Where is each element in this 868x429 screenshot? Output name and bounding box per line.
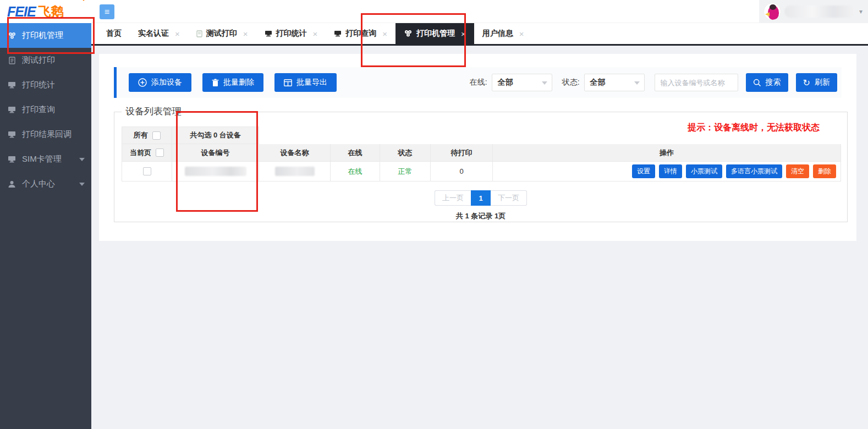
tab-user-info[interactable]: 用户信息 × (474, 23, 532, 44)
brand-logo-en: FEIE (7, 4, 36, 20)
next-page-button[interactable]: 下一页 (491, 190, 527, 206)
accent-bar (114, 67, 117, 98)
sidebar-item-print-stats[interactable]: 打印统计 (0, 73, 91, 97)
tab-label: 打印统计 (276, 29, 307, 38)
sidebar: FEIE 飞鹅 打印机管理 测试打印 打印统计 (0, 0, 91, 429)
hamburger-icon: ≡ (105, 7, 109, 16)
tab-bar: 首页 实名认证 × 测试打印 × 打印统计 × 打印查询 × (91, 23, 868, 46)
tab-print-query[interactable]: 打印查询 × (326, 23, 395, 44)
chevron-down-icon (542, 81, 547, 85)
status-filter-label: 状态: (562, 78, 580, 87)
refresh-icon: ↻ (803, 78, 810, 88)
filter-bar: 在线: 全部 状态: 全部 搜索 ↻ (470, 73, 842, 92)
select-all-label: 所有 (134, 130, 148, 140)
tab-print-stats[interactable]: 打印统计 × (256, 23, 326, 44)
batch-export-button[interactable]: 批量导出 (274, 73, 337, 92)
settings-button[interactable]: 设置 (632, 164, 655, 178)
brand-logo[interactable]: FEIE 飞鹅 (0, 0, 91, 23)
printer-icon (7, 106, 17, 113)
tab-test-print[interactable]: 测试打印 × (188, 23, 256, 44)
chevron-down-icon (79, 183, 85, 186)
sidebar-item-label: 打印统计 (22, 80, 55, 90)
col-online: 在线 (348, 148, 362, 158)
pagination: 上一页 1 下一页 (114, 190, 847, 206)
current-page-button[interactable]: 1 (471, 190, 491, 206)
sidebar-item-personal-center[interactable]: 个人中心 (0, 172, 91, 196)
close-icon[interactable]: × (382, 29, 387, 38)
brand-logo-cn: 飞鹅 (39, 3, 64, 20)
sidebar-item-label: 打印查询 (22, 105, 55, 115)
document-icon (7, 57, 17, 64)
sidebar-toggle-button[interactable]: ≡ (100, 4, 114, 19)
row-checkbox[interactable] (143, 167, 151, 175)
status-filter-select[interactable]: 全部 (584, 74, 645, 91)
tab-real-name-auth[interactable]: 实名认证 × (130, 23, 188, 44)
sidebar-item-print-result-callback[interactable]: 打印结果回调 (0, 122, 91, 147)
search-label: 搜索 (766, 78, 781, 87)
device-name-redacted (275, 167, 315, 176)
add-device-button[interactable]: 添加设备 (129, 73, 191, 92)
online-filter-select[interactable]: 全部 (492, 74, 552, 91)
printer-icon (7, 131, 17, 138)
pending-value: 0 (459, 167, 463, 175)
details-button[interactable]: 详情 (659, 164, 682, 178)
printer-icon (7, 81, 17, 89)
records-summary: 共 1 条记录 1页 (114, 211, 847, 221)
current-page-checkbox[interactable] (156, 148, 164, 157)
search-input[interactable] (655, 74, 738, 91)
selected-summary: 共勾选 0 台设备 (190, 130, 240, 140)
gears-icon (404, 30, 413, 37)
sidebar-item-label: SIM卡管理 (22, 154, 62, 164)
content-area: 添加设备 批量删除 批量导出 在线: 全部 状态: (91, 47, 868, 429)
tab-label: 实名认证 (138, 29, 169, 38)
device-list-legend: 设备列表管理 (122, 105, 185, 118)
tab-label: 用户信息 (482, 29, 513, 38)
toolbar: 添加设备 批量删除 批量导出 在线: 全部 状态: (114, 67, 842, 98)
sidebar-item-sim-management[interactable]: SIM卡管理 (0, 147, 91, 172)
refresh-button[interactable]: ↻ 刷新 (796, 73, 837, 92)
main-header: ≡ ▾ 首页 实名认证 × 测试打印 × 打印统计 (91, 0, 868, 46)
close-icon[interactable]: × (243, 29, 248, 38)
gears-icon (7, 32, 17, 40)
sidebar-item-label: 打印机管理 (22, 30, 63, 41)
col-device-name: 设备名称 (281, 148, 309, 158)
sidebar-item-label: 测试打印 (22, 55, 55, 65)
close-icon[interactable]: × (175, 29, 180, 38)
document-icon (196, 30, 202, 37)
close-icon[interactable]: × (519, 29, 524, 38)
select-all-checkbox[interactable] (152, 131, 161, 140)
wifi-icon (80, 0, 87, 1)
status-value: 正常 (398, 167, 413, 177)
col-pending: 待打印 (451, 148, 473, 158)
sidebar-item-print-query[interactable]: 打印查询 (0, 97, 91, 122)
delete-button[interactable]: 删除 (813, 164, 836, 178)
device-list-fieldset: 设备列表管理 提示：设备离线时，无法获取状态 所有 共勾选 0 台设备 当前页 (114, 112, 848, 222)
receipt-test-button[interactable]: 小票测试 (686, 164, 722, 178)
batch-export-label: 批量导出 (296, 78, 327, 87)
chevron-down-icon (634, 81, 640, 85)
close-icon[interactable]: × (313, 29, 318, 38)
sidebar-item-test-print[interactable]: 测试打印 (0, 48, 91, 73)
multilang-receipt-test-button[interactable]: 多语言小票测试 (726, 164, 782, 178)
prev-page-button[interactable]: 上一页 (435, 190, 471, 206)
sidebar-item-label: 个人中心 (22, 179, 55, 189)
person-icon (7, 180, 17, 188)
batch-delete-button[interactable]: 批量删除 (202, 73, 263, 92)
printer-icon (334, 30, 342, 37)
online-value: 在线 (348, 167, 362, 177)
table-header-row: 当前页 设备编号 设备名称 在线 状态 待打印 操作 (122, 144, 841, 162)
printer-icon (265, 30, 272, 37)
device-table: 所有 共勾选 0 台设备 当前页 设备编号 设备名称 在线 (122, 127, 841, 182)
tab-home[interactable]: 首页 (98, 23, 130, 44)
table-selection-row: 所有 共勾选 0 台设备 (122, 127, 841, 144)
close-icon[interactable]: × (461, 29, 466, 38)
clear-button[interactable]: 清空 (786, 164, 809, 178)
tab-printer-management[interactable]: 打印机管理 × (395, 23, 474, 44)
username-redacted (784, 6, 855, 18)
refresh-label: 刷新 (815, 78, 830, 87)
batch-delete-label: 批量删除 (223, 78, 254, 87)
sidebar-item-printer-management[interactable]: 打印机管理 (0, 23, 91, 48)
search-button[interactable]: 搜索 (746, 73, 788, 92)
table-row: 在线 正常 0 设置 详情 小票测试 多语言小票测试 清空 删除 (122, 162, 841, 182)
user-menu[interactable]: ▾ (759, 0, 868, 23)
